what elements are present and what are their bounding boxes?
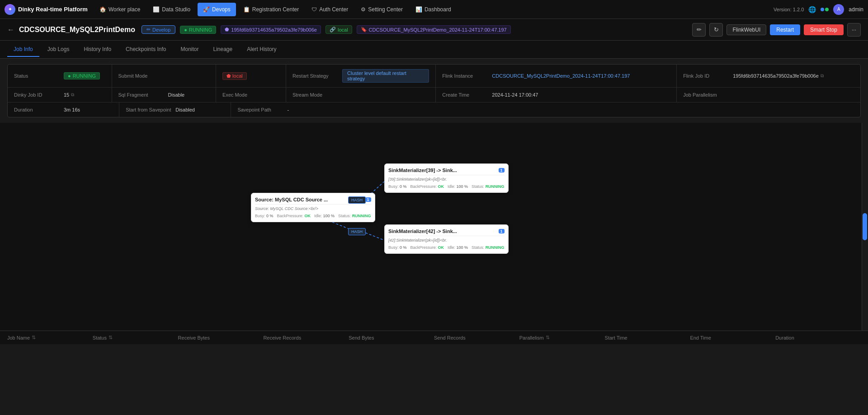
sink-node-2[interactable]: SinkMaterializer[42] -> Sink... 1 [42]:S… xyxy=(384,224,509,254)
hash-label-bottom: HASH xyxy=(348,228,366,235)
status-value: ● RUNNING xyxy=(64,72,100,79)
env-badge: 🔗 local xyxy=(326,25,352,34)
source-node-title: Source: MySQL CDC Source ... xyxy=(255,197,328,202)
status-badge: ● RUNNING xyxy=(180,26,216,34)
tab-monitor[interactable]: Monitor xyxy=(174,42,205,57)
sink-node-2-badge: 1 xyxy=(499,229,505,233)
flink-job-id-cell: Flink Job ID 195fd6b93714635a79502a3fe79… xyxy=(677,65,860,87)
scroll-thumb[interactable] xyxy=(863,213,867,240)
info-row-1: Status ● RUNNING Submit Mode ⬟ local Res… xyxy=(8,65,860,88)
tab-job-logs[interactable]: Job Logs xyxy=(41,42,76,57)
duration-cell: Duration 3m 16s xyxy=(8,103,119,117)
flink-webui-button[interactable]: FlinkWebUI xyxy=(726,24,766,35)
edit-icon-button[interactable]: ✏ xyxy=(692,23,706,37)
nav-setting-center[interactable]: ⚙ Setting Center xyxy=(355,3,408,16)
tab-alert-history[interactable]: Alert History xyxy=(241,42,283,57)
restart-strategy-cell: Restart Strategy Cluster level default r… xyxy=(286,65,436,87)
registration-icon: 📋 xyxy=(243,6,250,13)
sort-icon-parallelism: ⇅ xyxy=(546,335,550,340)
dashboard-icon: 📊 xyxy=(415,6,422,13)
col-job-name: Job Name ⇅ xyxy=(7,335,93,340)
flink-instance-value: CDCSOURCE_MySQL2PrintDemo_2024-11-24T17:… xyxy=(492,73,630,79)
more-options-button[interactable]: ··· xyxy=(847,23,861,37)
create-time-cell: Create Time 2024-11-24 17:00:47 xyxy=(436,88,677,102)
sink-node-2-stats: Busy: 0 % BackPressure: OK Idle: 100 % S… xyxy=(388,245,505,250)
top-navigation: ✦ Dinky Real-time Platform 🏠 Worker plac… xyxy=(0,0,868,19)
flink-instance-cell: Flink Instance CDCSOURCE_MySQL2PrintDemo… xyxy=(436,65,677,87)
nav-devops[interactable]: 🚀 Devops xyxy=(198,3,236,16)
flow-area: Source: MySQL CDC Source ... 1 Source: M… xyxy=(0,123,862,331)
local-badge: ⬟ local xyxy=(222,72,247,80)
restart-button[interactable]: Restart xyxy=(770,24,800,35)
sql-fragment-value: Disable xyxy=(168,92,185,98)
sub-header-actions: ✏ ↻ FlinkWebUI Restart Smart Stop ··· xyxy=(692,23,861,37)
source-node-stats: Busy: 0 % BackPressure: OK Idle: 100 % S… xyxy=(255,214,371,218)
copy-flink-job-id-icon[interactable]: ⧉ xyxy=(821,73,824,79)
sink-node-1-title: SinkMaterializer[39] -> Sink... xyxy=(388,168,457,173)
version-label: Version: 1.2.0 xyxy=(774,7,804,12)
path-badge: 🔖 CDCSOURCE_MySQL2PrintDemo_2024-11-24T1… xyxy=(357,25,511,34)
info-table: Status ● RUNNING Submit Mode ⬟ local Res… xyxy=(7,64,861,117)
nav-devops-label: Devops xyxy=(212,6,231,13)
job-parallelism-cell: Job Parallelism xyxy=(677,88,860,102)
nav-setting-label: Setting Center xyxy=(368,6,403,13)
info-row-2: Dinky Job ID 15 ⧉ Sql Fragment Disable E… xyxy=(8,88,860,103)
sink-node-1-badge: 1 xyxy=(499,168,505,173)
app-name: Dinky Real-time Platform xyxy=(18,6,88,13)
tab-lineage[interactable]: Lineage xyxy=(207,42,239,57)
data-studio-icon: ⬜ xyxy=(153,6,160,13)
source-node-badge: 1 xyxy=(365,197,371,202)
savepoint-value: Disabled xyxy=(175,107,195,112)
nav-registration-center[interactable]: 📋 Registration Center xyxy=(238,3,304,16)
col-send-records: Send Records xyxy=(434,335,519,340)
sort-icon-status: ⇅ xyxy=(108,335,113,340)
col-status: Status ⇅ xyxy=(93,335,178,340)
sink-node-2-desc: [42]:SinkMaterializer(pk=[id])<br. xyxy=(388,238,505,242)
col-end-time: End Time xyxy=(690,335,775,340)
back-button[interactable]: ← xyxy=(7,26,14,34)
smart-stop-button[interactable]: Smart Stop xyxy=(804,24,844,35)
nav-auth-center[interactable]: 🛡 Auth Center xyxy=(306,3,354,16)
hash-label-top: HASH xyxy=(348,196,366,204)
sub-header: ← CDCSOURCE_MySQL2PrintDemo ✏ Develop ● … xyxy=(0,19,868,41)
job-title: CDCSOURCE_MySQL2PrintDemo xyxy=(19,26,135,34)
col-receive-bytes: Receive Bytes xyxy=(178,335,264,340)
circle-icon: ● xyxy=(184,27,187,33)
copy-dinky-job-id-icon[interactable]: ⧉ xyxy=(71,92,74,98)
info-row-3: Duration 3m 16s Start from Savepoint Dis… xyxy=(8,103,860,117)
sink-node-1-desc: [39]:SinkMaterializer(pk=[id])<br. xyxy=(388,177,505,182)
status-cell: Status ● RUNNING xyxy=(8,65,112,87)
scroll-bar[interactable] xyxy=(862,123,868,331)
nav-registration-label: Registration Center xyxy=(252,6,299,13)
tab-checkpoints-info[interactable]: Checkpoints Info xyxy=(119,42,172,57)
nav-dashboard[interactable]: 📊 Dashboard xyxy=(410,3,457,16)
sql-fragment-cell: Sql Fragment Disable xyxy=(112,88,217,102)
app-logo: ✦ Dinky Real-time Platform xyxy=(5,4,88,15)
bottom-table-header: Job Name ⇅ Status ⇅ Receive Bytes Receiv… xyxy=(0,331,868,344)
develop-button[interactable]: ✏ Develop xyxy=(142,25,175,34)
dot-green xyxy=(825,8,829,11)
logo-icon: ✦ xyxy=(5,4,15,15)
nav-worker-place-label: Worker place xyxy=(108,6,140,13)
refresh-icon-button[interactable]: ↻ xyxy=(709,23,723,37)
home-icon: 🏠 xyxy=(99,6,106,13)
flow-canvas: Source: MySQL CDC Source ... 1 Source: M… xyxy=(0,123,868,331)
nav-data-studio-label: Data Studio xyxy=(162,6,190,13)
commit-hash-badge: ⬟ 195fd6b93714635a79502a3fe79b006e xyxy=(221,25,321,34)
tab-history-info[interactable]: History Info xyxy=(77,42,118,57)
col-send-bytes: Send Bytes xyxy=(349,335,434,340)
nav-worker-place[interactable]: 🏠 Worker place xyxy=(94,3,146,16)
auth-icon: 🛡 xyxy=(311,6,317,13)
dot-blue xyxy=(821,8,824,11)
dinky-job-id-value: 15 xyxy=(64,92,69,98)
admin-label: admin xyxy=(849,6,863,13)
create-time-value: 2024-11-24 17:00:47 xyxy=(492,92,538,98)
globe-icon[interactable]: 🌐 xyxy=(808,6,816,13)
status-dots xyxy=(821,8,829,11)
col-parallelism: Parallelism ⇅ xyxy=(519,335,605,340)
nav-data-studio[interactable]: ⬜ Data Studio xyxy=(147,3,196,16)
tab-job-info[interactable]: Job Info xyxy=(7,42,39,57)
sink-node-1[interactable]: SinkMaterializer[39] -> Sink... 1 [39]:S… xyxy=(384,163,509,193)
col-duration: Duration xyxy=(775,335,861,340)
setting-icon: ⚙ xyxy=(361,6,366,13)
